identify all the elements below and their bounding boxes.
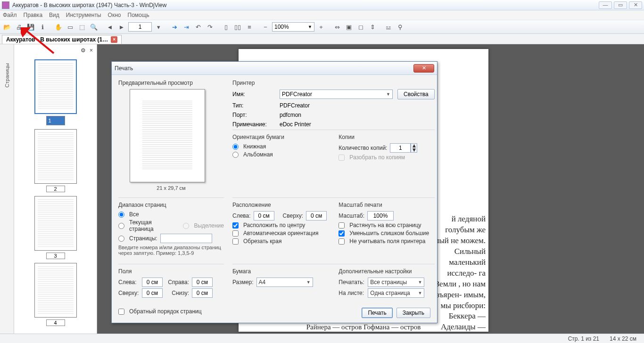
thumbs-gear-icon[interactable]: ⚙ <box>81 47 86 56</box>
bookmark-icon[interactable]: ⚲ <box>395 22 405 32</box>
marquee-tool-icon[interactable]: ⬚ <box>77 22 87 32</box>
layout-top-input[interactable] <box>306 211 327 220</box>
thumbnail-item[interactable]: 2 <box>34 129 77 192</box>
sidebar-label: Страницы <box>4 63 10 88</box>
zoom-select[interactable]: 100%▼ <box>272 22 314 32</box>
document-tab[interactable]: Аккуратов - В высоких широтах (1… × <box>2 35 122 44</box>
open-icon[interactable]: 📂 <box>2 22 12 32</box>
rotate-ccw-icon[interactable]: ↶ <box>193 22 203 32</box>
ignore-margins-checkbox[interactable] <box>339 238 345 245</box>
info-icon[interactable]: ℹ <box>37 22 48 32</box>
print-icon[interactable]: 🖨 <box>14 22 24 32</box>
margin-right-label: Справа: <box>165 279 189 286</box>
layout-left-label: Слева: <box>232 212 251 219</box>
thumbnail-image <box>34 196 77 251</box>
find-icon[interactable]: ⚍ <box>383 22 394 32</box>
layout-top-label: Сверху: <box>283 212 303 219</box>
rotate-cw-icon[interactable]: ↷ <box>205 22 215 32</box>
zoom-in-icon[interactable]: + <box>316 22 326 32</box>
layout-left-input[interactable] <box>254 211 274 220</box>
save-icon[interactable]: 💾 <box>25 22 36 32</box>
preview-heading: Предварительный просмотр <box>118 80 224 86</box>
actual-size-icon[interactable]: ◻ <box>355 22 366 32</box>
margin-top-label: Сверху: <box>118 290 139 296</box>
thumbnail-item[interactable]: 1 <box>34 59 77 125</box>
dialog-titlebar: Печать ✕ <box>112 62 437 75</box>
hand-tool-icon[interactable]: ✋ <box>53 22 64 32</box>
close-button[interactable]: Закрыть <box>396 308 430 318</box>
prev-page-icon[interactable]: ◄ <box>105 22 115 32</box>
autoorient-checkbox[interactable] <box>232 230 239 237</box>
minimize-button[interactable]: — <box>599 1 612 9</box>
orientation-landscape-radio[interactable] <box>232 152 239 158</box>
margin-bottom-input[interactable] <box>192 288 213 298</box>
print-button[interactable]: Печать <box>362 308 392 318</box>
maximize-button[interactable]: ▭ <box>614 1 627 9</box>
fit-page-icon[interactable]: ▣ <box>344 22 354 32</box>
zoom-out-icon[interactable]: − <box>260 22 271 32</box>
range-pages-radio[interactable] <box>118 236 124 242</box>
per-sheet-select[interactable]: Одна страница▼ <box>368 288 424 298</box>
shrink-checkbox[interactable] <box>339 230 345 237</box>
margin-top-input[interactable] <box>142 288 163 298</box>
printer-type-label: Тип: <box>232 102 275 109</box>
layout-continuous-icon[interactable]: ≡ <box>244 22 255 32</box>
reverse-order-checkbox[interactable] <box>118 309 124 315</box>
dialog-close-button[interactable]: ✕ <box>413 64 434 73</box>
printer-name-select[interactable]: PDFCreator▼ <box>280 90 393 99</box>
page-input[interactable]: 1 <box>128 22 152 32</box>
stretch-checkbox[interactable] <box>339 222 345 229</box>
thumbnail-number: 3 <box>46 253 65 259</box>
menu-tools[interactable]: Инструменты <box>66 12 101 18</box>
page-dropdown-icon[interactable]: ▾ <box>153 22 164 32</box>
sidebar-strip[interactable]: Страницы <box>0 44 14 334</box>
margin-left-input[interactable] <box>142 278 163 287</box>
scale-group: Масштаб печати Масштаб: Растянуть на всю… <box>339 202 434 246</box>
orientation-heading: Ориентация бумаги <box>232 134 328 140</box>
paper-size-label: Размер: <box>232 279 254 286</box>
print-what-select[interactable]: Все страницы▼ <box>368 278 424 287</box>
crop-checkbox[interactable] <box>232 238 239 245</box>
thumbnail-image <box>34 263 77 318</box>
nav-forward-icon[interactable]: ⇥ <box>181 22 191 32</box>
thumbnail-item[interactable]: 4 <box>34 263 77 326</box>
menu-help[interactable]: Помощь <box>128 12 149 18</box>
layout-single-icon[interactable]: ▯ <box>221 22 231 32</box>
thumbs-close-icon[interactable]: × <box>90 47 93 56</box>
printer-note-value: eDoc Printer <box>280 121 435 128</box>
printer-name-label: Имя: <box>232 91 275 98</box>
page-range-group: Диапазон страниц Все Текущая страница Вы… <box>118 196 224 257</box>
print-what-label: Печатать: <box>339 279 365 286</box>
menu-view[interactable]: Вид <box>49 12 59 18</box>
menu-edit[interactable]: Правка <box>24 12 43 18</box>
select-tool-icon[interactable]: ▭ <box>65 22 75 32</box>
range-hint: Введите номера и/или диапазоны страниц ч… <box>118 245 224 256</box>
tab-close-icon[interactable]: × <box>111 36 117 43</box>
menu-window[interactable]: Окно <box>108 12 121 18</box>
next-page-icon[interactable]: ► <box>116 22 127 32</box>
app-icon <box>2 1 9 9</box>
orientation-portrait-radio[interactable] <box>232 144 239 150</box>
zoom-tool-icon[interactable]: 🔍 <box>89 22 99 32</box>
range-current-radio[interactable] <box>118 223 124 229</box>
copies-count-input[interactable] <box>390 143 411 153</box>
printer-port-value: pdfcmon <box>280 112 435 118</box>
window-close-button[interactable]: ✕ <box>629 1 642 9</box>
nav-back-icon[interactable]: ➔ <box>169 22 180 32</box>
scale-input[interactable] <box>367 211 394 220</box>
copies-spinner[interactable]: ▲▼ <box>411 143 417 153</box>
range-pages-input[interactable] <box>160 234 212 243</box>
center-checkbox[interactable] <box>232 222 239 229</box>
layout-facing-icon[interactable]: ▯▯ <box>232 22 243 32</box>
paper-size-select[interactable]: A4▼ <box>256 278 313 287</box>
fit-width-icon[interactable]: ⇔ <box>332 22 342 32</box>
printer-properties-button[interactable]: Свойства <box>397 89 435 99</box>
menu-file[interactable]: Файл <box>3 12 17 18</box>
preview-canvas <box>130 89 205 182</box>
range-all-radio[interactable] <box>118 212 124 218</box>
thumbnail-item[interactable]: 3 <box>34 196 77 259</box>
fit-height-icon[interactable]: ⇕ <box>367 22 378 32</box>
margin-right-input[interactable] <box>192 278 213 287</box>
margins-heading: Поля <box>118 268 224 275</box>
printer-type-value: PDFCreator <box>280 102 435 109</box>
